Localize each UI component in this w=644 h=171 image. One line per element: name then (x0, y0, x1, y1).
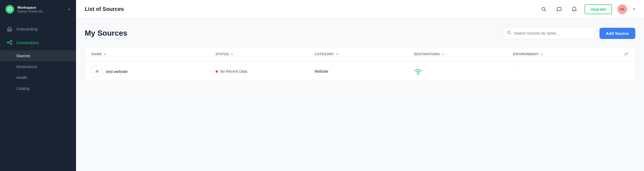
content-header-actions: Add Source (503, 27, 635, 39)
avatar[interactable]: SE (617, 4, 627, 14)
search-input[interactable] (514, 31, 591, 35)
sidebar-item-onboarding[interactable]: Onboarding (0, 22, 76, 36)
table-header: NAME ▼ STATUS ▼ CATEGORY ▼ DESTINATIONS … (85, 47, 635, 62)
svg-point-8 (418, 74, 419, 75)
wifi-icon (414, 67, 422, 76)
col-destinations: DESTINATIONS ▼ (414, 47, 513, 61)
topbar: List of Sources Upgrade SE (76, 0, 644, 19)
workspace-name: Workspace (17, 5, 65, 10)
sidebar-item-catalog[interactable]: Catalog (0, 83, 76, 94)
search-box-icon (507, 30, 511, 36)
source-name-text: test website (106, 69, 128, 74)
sidebar-item-sources[interactable]: Sources (0, 50, 76, 61)
col-name: NAME ▼ (91, 47, 216, 61)
home-icon (7, 26, 12, 32)
name-sort-icon[interactable]: ▼ (103, 53, 106, 56)
sidebar-logo (5, 5, 14, 14)
topbar-actions: Upgrade SE ▼ (539, 4, 635, 14)
workspace-header[interactable]: Workspace Klaviyo-Sarah.eb... ▼ (0, 0, 76, 19)
destinations-sort-icon[interactable]: ▼ (441, 53, 444, 56)
source-category-cell: Website (315, 69, 414, 74)
col-environment: ENVIRONMENT ▼ (513, 47, 612, 61)
columns-config-icon (624, 52, 629, 56)
chat-icon (556, 7, 562, 12)
add-source-button[interactable]: Add Source (599, 28, 635, 39)
status-indicator (216, 70, 218, 73)
environment-sort-icon[interactable]: ▼ (541, 53, 544, 56)
svg-point-1 (7, 42, 9, 43)
category-sort-icon[interactable]: ▼ (336, 53, 339, 56)
search-icon (541, 7, 547, 12)
svg-point-7 (507, 31, 510, 33)
col-category: CATEGORY ▼ (315, 47, 414, 61)
bell-icon (572, 7, 577, 12)
notifications-button[interactable] (569, 4, 579, 14)
workspace-chevron-icon: ▼ (68, 8, 71, 11)
main-panel: List of Sources Upgrade SE (76, 0, 644, 171)
connections-label: Connections (16, 40, 39, 45)
table-row[interactable]: JS test website No Recent Data Website (85, 62, 635, 81)
messages-button[interactable] (554, 4, 564, 14)
source-destinations-cell (414, 67, 513, 76)
col-options[interactable] (612, 47, 629, 61)
svg-point-3 (11, 43, 12, 45)
svg-point-2 (11, 41, 12, 42)
content-area: My Sources Add Source NAME (76, 19, 644, 171)
sidebar: Workspace Klaviyo-Sarah.eb... ▼ Onboardi… (0, 0, 76, 171)
source-status-cell: No Recent Data (216, 69, 315, 74)
search-button[interactable] (539, 4, 549, 14)
sidebar-item-health[interactable]: Health (0, 72, 76, 83)
svg-line-5 (8, 43, 10, 44)
source-js-icon: JS (91, 66, 102, 77)
onboarding-label: Onboarding (16, 27, 37, 31)
col-status: STATUS ▼ (216, 47, 315, 61)
my-sources-heading: My Sources (85, 29, 127, 38)
sidebar-nav: Onboarding Connections Sources Destinati… (0, 19, 76, 171)
source-name-cell: JS test website (91, 66, 216, 77)
sidebar-item-connections[interactable]: Connections (0, 36, 76, 49)
sources-table: NAME ▼ STATUS ▼ CATEGORY ▼ DESTINATIONS … (85, 47, 635, 81)
upgrade-button[interactable]: Upgrade (585, 4, 612, 14)
connections-sub-items: Sources Destinations Health Catalog (0, 49, 76, 95)
workspace-subtitle: Klaviyo-Sarah.eb... (17, 10, 61, 13)
status-label: No Recent Data (220, 69, 247, 74)
page-title: List of Sources (85, 6, 535, 12)
avatar-chevron-icon[interactable]: ▼ (633, 8, 635, 11)
svg-line-4 (8, 41, 10, 42)
sources-search-box[interactable] (503, 27, 595, 39)
status-sort-icon[interactable]: ▼ (231, 53, 233, 56)
content-header: My Sources Add Source (85, 27, 635, 39)
source-environment-cell: - (513, 69, 612, 74)
sidebar-item-destinations[interactable]: Destinations (0, 61, 76, 72)
connections-icon (7, 39, 12, 45)
workspace-info: Workspace Klaviyo-Sarah.eb... (17, 5, 65, 13)
